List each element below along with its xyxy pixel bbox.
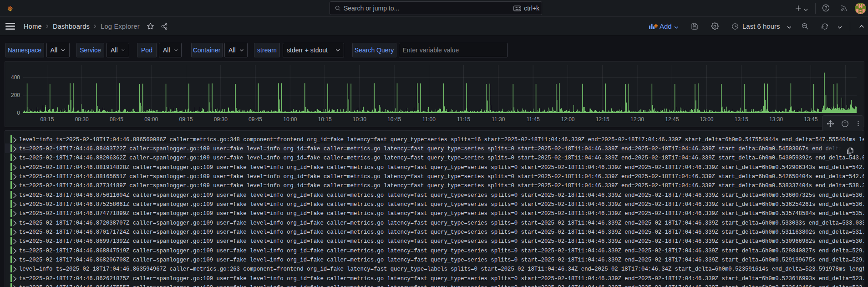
svg-text:13:30: 13:30: [769, 116, 783, 123]
svg-text:11:30: 11:30: [492, 116, 505, 123]
svg-text:09:15: 09:15: [179, 116, 193, 123]
svg-text:09:45: 09:45: [249, 116, 262, 123]
svg-text:13:45: 13:45: [804, 116, 817, 123]
svg-text:10:45: 10:45: [387, 116, 401, 123]
svg-text:10:15: 10:15: [318, 116, 332, 123]
svg-text:12:30: 12:30: [630, 116, 644, 123]
svg-text:08:30: 08:30: [75, 116, 89, 123]
svg-text:11:00: 11:00: [422, 116, 436, 123]
svg-text:09:30: 09:30: [214, 116, 228, 123]
svg-text:200: 200: [11, 92, 20, 98]
svg-text:12:15: 12:15: [596, 116, 609, 123]
svg-text:0: 0: [17, 110, 20, 116]
svg-text:11:15: 11:15: [457, 116, 470, 123]
svg-text:13:15: 13:15: [735, 116, 748, 123]
svg-text:11:45: 11:45: [527, 116, 540, 123]
svg-text:12:45: 12:45: [665, 116, 679, 123]
svg-text:10:30: 10:30: [353, 116, 366, 123]
svg-text:09:00: 09:00: [144, 116, 158, 123]
svg-text:13:00: 13:00: [700, 116, 713, 123]
svg-text:400: 400: [11, 74, 20, 81]
svg-text:12:00: 12:00: [561, 116, 574, 123]
svg-text:08:15: 08:15: [40, 116, 54, 123]
svg-text:10:00: 10:00: [283, 116, 297, 123]
svg-text:08:45: 08:45: [110, 116, 123, 123]
